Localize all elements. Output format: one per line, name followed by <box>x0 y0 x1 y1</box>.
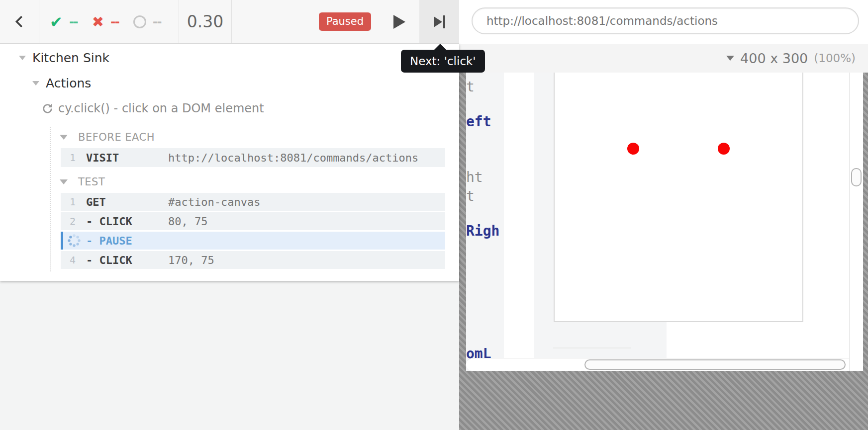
viewport-info-bar: 400 x 300 (100%) <box>459 44 868 73</box>
test-title: cy.click() - click on a DOM element <box>58 101 264 115</box>
code-fragment: t <box>466 188 475 204</box>
run-controls: Paused <box>232 0 419 43</box>
step-forward-icon <box>434 15 445 28</box>
code-fragment: Righ <box>466 223 499 239</box>
failed-x-icon: ✖ <box>92 13 104 30</box>
command-method: GET <box>86 193 106 211</box>
command-number: 1 <box>61 148 76 167</box>
code-fragment: ht <box>466 169 483 185</box>
caret-down-icon <box>19 56 26 60</box>
code-fragment: eft <box>466 113 491 130</box>
suite-title: Kitchen Sink <box>32 51 109 65</box>
aut-iframe[interactable]: tefthttRighomL <box>466 73 863 371</box>
pending-circle-icon <box>133 15 146 28</box>
passed-check-icon: ✔ <box>50 13 63 31</box>
resume-play-button[interactable] <box>393 15 405 29</box>
page-section-background <box>534 73 554 359</box>
chevron-left-icon <box>15 15 27 27</box>
command-method: - CLICK <box>86 212 132 230</box>
command-method: VISIT <box>86 148 119 167</box>
code-fragment: t <box>466 79 475 95</box>
action-canvas[interactable] <box>554 73 803 322</box>
command-number: 4 <box>61 251 76 269</box>
pending-count: -- <box>153 14 161 29</box>
vertical-scrollbar-thumb[interactable] <box>851 168 862 186</box>
command-row[interactable]: 4 - CLICK 170, 75 <box>61 251 445 269</box>
test-stats: ✔ -- ✖ -- -- <box>39 0 179 43</box>
page-divider-rule <box>553 347 631 348</box>
command-message: 80, 75 <box>168 212 207 230</box>
next-step-tooltip: Next: 'click' <box>401 50 485 73</box>
caret-down-icon <box>60 135 68 140</box>
command-log: BEFORE EACH 1 VISIT http://localhost:808… <box>0 128 459 270</box>
reporter-toolbar: ✔ -- ✖ -- -- 0.30 Paused <box>0 0 459 44</box>
command-row[interactable]: 2 - CLICK 80, 75 <box>61 212 445 230</box>
spec-tree: Kitchen Sink Actions cy.click() - click … <box>0 44 459 115</box>
command-number: 2 <box>61 212 76 230</box>
command-row[interactable]: 1 VISIT http://localhost:8081/commands/a… <box>61 148 445 167</box>
command-method: - CLICK <box>86 251 132 269</box>
click-dot <box>718 143 730 155</box>
failed-count: -- <box>110 14 119 29</box>
test-cy-click[interactable]: cy.click() - click on a DOM element <box>0 90 459 115</box>
command-message: 170, 75 <box>168 251 214 269</box>
hook-name: TEST <box>78 176 105 188</box>
suite-title: Actions <box>46 76 91 90</box>
command-number: 1 <box>61 193 76 211</box>
refresh-icon <box>41 102 54 115</box>
horizontal-scrollbar-thumb[interactable] <box>584 359 846 370</box>
hook-header[interactable]: BEFORE EACH <box>60 131 459 143</box>
vertical-scrollbar[interactable] <box>849 73 863 371</box>
back-button[interactable] <box>0 0 39 43</box>
suite-actions[interactable]: Actions <box>0 65 459 90</box>
page-section-background <box>534 322 667 359</box>
passed-count: -- <box>69 14 78 29</box>
command-number <box>63 232 78 250</box>
tooltip-text: Next: 'click' <box>410 55 476 68</box>
command-message: #action-canvas <box>168 193 260 211</box>
caret-down-icon <box>60 179 68 184</box>
suite-kitchen-sink[interactable]: Kitchen Sink <box>0 44 459 65</box>
paused-badge: Paused <box>319 12 371 31</box>
viewport-dropdown-caret-icon[interactable] <box>726 56 734 61</box>
horizontal-scrollbar[interactable] <box>466 358 863 371</box>
next-step-button[interactable] <box>419 0 459 43</box>
url-address-bar[interactable]: http://localhost:8081/commands/actions <box>472 7 859 34</box>
test-timer: 0.30 <box>179 0 232 43</box>
hook-header[interactable]: TEST <box>60 176 459 188</box>
command-row[interactable]: - PAUSE <box>61 232 445 250</box>
command-row[interactable]: 1 GET #action-canvas <box>61 193 445 211</box>
viewport-scale-label: (100%) <box>814 52 856 65</box>
command-method: - PAUSE <box>86 232 132 250</box>
caret-down-icon <box>32 81 39 86</box>
click-dot <box>627 143 639 155</box>
url-text: http://localhost:8081/commands/actions <box>486 14 718 27</box>
viewport-size-label[interactable]: 400 x 300 <box>740 51 808 66</box>
command-message: http://localhost:8081/commands/actions <box>168 148 418 167</box>
hook-name: BEFORE EACH <box>78 131 155 143</box>
